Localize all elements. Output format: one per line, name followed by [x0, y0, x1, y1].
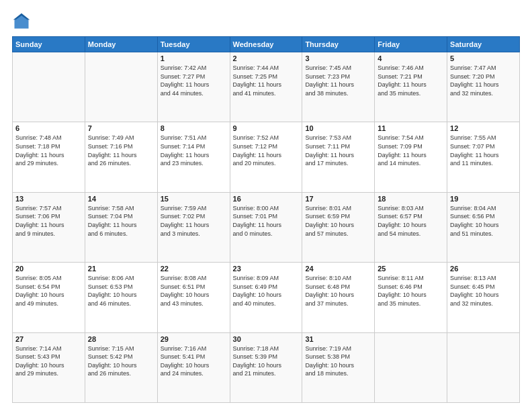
day-number: 25	[378, 265, 444, 273]
day-info: Sunrise: 8:00 AM Sunset: 7:01 PM Dayligh…	[233, 204, 300, 238]
calendar-cell: 3Sunrise: 7:45 AM Sunset: 7:23 PM Daylig…	[302, 52, 375, 122]
day-info: Sunrise: 7:51 AM Sunset: 7:14 PM Dayligh…	[161, 134, 227, 167]
day-info: Sunrise: 8:08 AM Sunset: 6:51 PM Dayligh…	[161, 274, 227, 308]
day-info: Sunrise: 7:19 AM Sunset: 5:38 PM Dayligh…	[305, 345, 371, 378]
calendar-header: SundayMondayTuesdayWednesdayThursdayFrid…	[13, 37, 520, 52]
day-number: 23	[233, 265, 300, 273]
day-number: 29	[161, 335, 227, 343]
day-number: 17	[305, 195, 371, 203]
calendar-cell: 16Sunrise: 8:00 AM Sunset: 7:01 PM Dayli…	[230, 192, 302, 262]
day-info: Sunrise: 8:03 AM Sunset: 6:57 PM Dayligh…	[378, 204, 444, 238]
calendar-cell: 15Sunrise: 7:59 AM Sunset: 7:02 PM Dayli…	[157, 192, 230, 262]
day-number: 16	[233, 195, 300, 203]
calendar-cell: 17Sunrise: 8:01 AM Sunset: 6:59 PM Dayli…	[302, 192, 375, 262]
day-info: Sunrise: 7:15 AM Sunset: 5:42 PM Dayligh…	[88, 345, 154, 378]
weekday-header: Wednesday	[230, 37, 302, 52]
calendar-week-row: 20Sunrise: 8:05 AM Sunset: 6:54 PM Dayli…	[13, 263, 520, 332]
weekday-header: Friday	[375, 37, 447, 52]
day-number: 19	[450, 195, 517, 203]
calendar-week-row: 27Sunrise: 7:14 AM Sunset: 5:43 PM Dayli…	[13, 332, 520, 402]
day-number: 28	[88, 335, 154, 343]
calendar-cell: 8Sunrise: 7:51 AM Sunset: 7:14 PM Daylig…	[157, 122, 230, 192]
day-info: Sunrise: 7:18 AM Sunset: 5:39 PM Dayligh…	[233, 345, 300, 378]
day-info: Sunrise: 7:42 AM Sunset: 7:27 PM Dayligh…	[161, 64, 227, 97]
day-number: 15	[161, 195, 227, 203]
day-number: 18	[378, 195, 444, 203]
day-number: 12	[450, 124, 517, 132]
calendar-cell	[447, 332, 520, 402]
day-info: Sunrise: 7:59 AM Sunset: 7:02 PM Dayligh…	[161, 204, 227, 238]
weekday-header: Monday	[85, 37, 157, 52]
day-number: 9	[233, 124, 300, 132]
day-info: Sunrise: 7:55 AM Sunset: 7:07 PM Dayligh…	[450, 134, 517, 167]
calendar-cell: 11Sunrise: 7:54 AM Sunset: 7:09 PM Dayli…	[375, 122, 447, 192]
calendar-cell: 26Sunrise: 8:13 AM Sunset: 6:45 PM Dayli…	[447, 263, 520, 332]
calendar-cell: 18Sunrise: 8:03 AM Sunset: 6:57 PM Dayli…	[375, 192, 447, 262]
weekday-header: Tuesday	[157, 37, 230, 52]
day-info: Sunrise: 8:05 AM Sunset: 6:54 PM Dayligh…	[15, 274, 82, 308]
calendar-cell	[375, 332, 447, 402]
day-info: Sunrise: 8:13 AM Sunset: 6:45 PM Dayligh…	[450, 274, 517, 308]
day-number: 30	[233, 335, 300, 343]
day-number: 4	[378, 54, 444, 62]
calendar-cell: 27Sunrise: 7:14 AM Sunset: 5:43 PM Dayli…	[13, 332, 85, 402]
day-info: Sunrise: 7:48 AM Sunset: 7:18 PM Dayligh…	[15, 134, 82, 167]
calendar-cell: 6Sunrise: 7:48 AM Sunset: 7:18 PM Daylig…	[13, 122, 85, 192]
calendar-body: 1Sunrise: 7:42 AM Sunset: 7:27 PM Daylig…	[13, 52, 520, 403]
calendar-cell: 20Sunrise: 8:05 AM Sunset: 6:54 PM Dayli…	[13, 263, 85, 332]
day-number: 8	[161, 124, 227, 132]
logo-icon	[12, 12, 31, 31]
calendar-cell: 19Sunrise: 8:04 AM Sunset: 6:56 PM Dayli…	[447, 192, 520, 262]
day-info: Sunrise: 7:58 AM Sunset: 7:04 PM Dayligh…	[88, 204, 154, 238]
day-info: Sunrise: 7:49 AM Sunset: 7:16 PM Dayligh…	[88, 134, 154, 167]
calendar-week-row: 13Sunrise: 7:57 AM Sunset: 7:06 PM Dayli…	[13, 192, 520, 262]
day-info: Sunrise: 7:16 AM Sunset: 5:41 PM Dayligh…	[161, 345, 227, 378]
day-number: 2	[233, 54, 300, 62]
day-number: 20	[15, 265, 82, 273]
calendar-cell: 29Sunrise: 7:16 AM Sunset: 5:41 PM Dayli…	[157, 332, 230, 402]
day-info: Sunrise: 8:11 AM Sunset: 6:46 PM Dayligh…	[378, 274, 444, 308]
day-info: Sunrise: 7:14 AM Sunset: 5:43 PM Dayligh…	[15, 345, 82, 378]
day-info: Sunrise: 7:46 AM Sunset: 7:21 PM Dayligh…	[378, 64, 444, 97]
calendar-week-row: 6Sunrise: 7:48 AM Sunset: 7:18 PM Daylig…	[13, 122, 520, 192]
day-number: 13	[15, 195, 82, 203]
weekday-header: Thursday	[302, 37, 375, 52]
svg-marker-0	[15, 15, 29, 29]
calendar-cell: 1Sunrise: 7:42 AM Sunset: 7:27 PM Daylig…	[157, 52, 230, 122]
day-number: 10	[305, 124, 371, 132]
day-number: 5	[450, 54, 517, 62]
day-number: 22	[161, 265, 227, 273]
day-info: Sunrise: 7:57 AM Sunset: 7:06 PM Dayligh…	[15, 204, 82, 238]
day-info: Sunrise: 7:45 AM Sunset: 7:23 PM Dayligh…	[305, 64, 371, 97]
calendar-cell	[85, 52, 157, 122]
day-info: Sunrise: 7:53 AM Sunset: 7:11 PM Dayligh…	[305, 134, 371, 167]
day-number: 31	[305, 335, 371, 343]
calendar-table: SundayMondayTuesdayWednesdayThursdayFrid…	[12, 36, 520, 403]
day-info: Sunrise: 8:10 AM Sunset: 6:48 PM Dayligh…	[305, 274, 371, 308]
day-number: 24	[305, 265, 371, 273]
day-info: Sunrise: 7:54 AM Sunset: 7:09 PM Dayligh…	[378, 134, 444, 167]
day-info: Sunrise: 7:52 AM Sunset: 7:12 PM Dayligh…	[233, 134, 300, 167]
day-info: Sunrise: 8:01 AM Sunset: 6:59 PM Dayligh…	[305, 204, 371, 238]
weekday-header: Saturday	[447, 37, 520, 52]
day-number: 14	[88, 195, 154, 203]
day-info: Sunrise: 8:04 AM Sunset: 6:56 PM Dayligh…	[450, 204, 517, 238]
day-number: 1	[161, 54, 227, 62]
calendar-cell: 4Sunrise: 7:46 AM Sunset: 7:21 PM Daylig…	[375, 52, 447, 122]
calendar-cell: 12Sunrise: 7:55 AM Sunset: 7:07 PM Dayli…	[447, 122, 520, 192]
day-number: 6	[15, 124, 82, 132]
calendar-cell: 31Sunrise: 7:19 AM Sunset: 5:38 PM Dayli…	[302, 332, 375, 402]
day-number: 21	[88, 265, 154, 273]
day-number: 3	[305, 54, 371, 62]
calendar-cell: 22Sunrise: 8:08 AM Sunset: 6:51 PM Dayli…	[157, 263, 230, 332]
day-info: Sunrise: 7:44 AM Sunset: 7:25 PM Dayligh…	[233, 64, 300, 97]
calendar-cell: 23Sunrise: 8:09 AM Sunset: 6:49 PM Dayli…	[230, 263, 302, 332]
calendar-cell: 30Sunrise: 7:18 AM Sunset: 5:39 PM Dayli…	[230, 332, 302, 402]
logo	[12, 12, 34, 31]
calendar-cell: 10Sunrise: 7:53 AM Sunset: 7:11 PM Dayli…	[302, 122, 375, 192]
calendar-cell: 13Sunrise: 7:57 AM Sunset: 7:06 PM Dayli…	[13, 192, 85, 262]
weekday-header: Sunday	[13, 37, 85, 52]
calendar-cell: 5Sunrise: 7:47 AM Sunset: 7:20 PM Daylig…	[447, 52, 520, 122]
day-number: 7	[88, 124, 154, 132]
calendar-cell: 25Sunrise: 8:11 AM Sunset: 6:46 PM Dayli…	[375, 263, 447, 332]
